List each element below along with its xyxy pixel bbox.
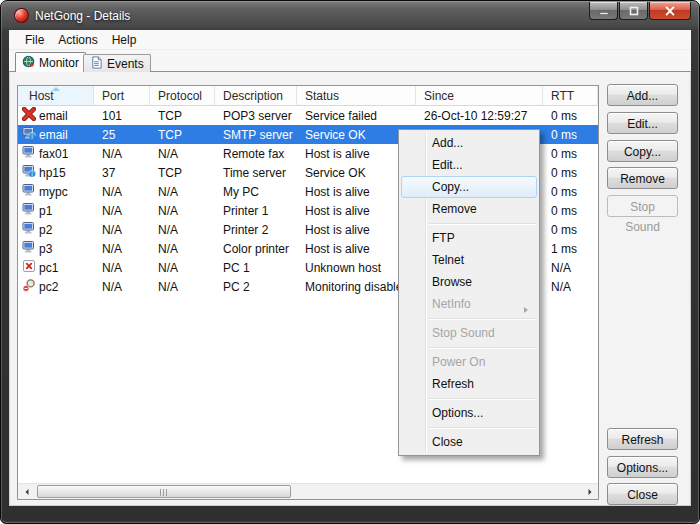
minimize-icon <box>598 6 610 16</box>
context-menu-item-copy[interactable]: Copy... <box>401 176 537 198</box>
cell-text: Remote fax <box>223 147 284 161</box>
column-label: Protocol <box>158 89 202 103</box>
refresh-button[interactable]: Refresh <box>607 428 678 450</box>
table-row[interactable]: email101TCPPOP3 serverService failed26-O… <box>18 106 598 125</box>
cell-text: fax01 <box>39 147 68 161</box>
host-computer-icon <box>22 221 36 238</box>
scrollbar-thumb[interactable] <box>37 485 291 498</box>
cell-description: PC 2 <box>215 280 297 294</box>
context-menu-item-remove[interactable]: Remove <box>401 198 537 220</box>
column-label: Status <box>305 89 339 103</box>
context-menu-item-ftp[interactable]: FTP <box>401 227 537 249</box>
cell-port: N/A <box>94 280 150 294</box>
context-menu-item-netinfo: NetInfo <box>401 293 537 315</box>
netgong-app-icon <box>14 8 29 23</box>
cell-description: Color printer <box>215 242 297 256</box>
window-title: NetGong - Details <box>35 9 130 23</box>
maximize-icon <box>628 6 640 16</box>
column-header-port[interactable]: Port <box>94 86 150 106</box>
cell-description: My PC <box>215 185 297 199</box>
cell-text: N/A <box>158 147 178 161</box>
add-button[interactable]: Add... <box>607 84 678 106</box>
menu-file[interactable]: File <box>18 31 51 49</box>
cell-text: N/A <box>158 242 178 256</box>
cell-text: PC 1 <box>223 261 250 275</box>
menu-item-label: Add... <box>432 136 463 150</box>
edit-button[interactable]: Edit... <box>607 112 678 134</box>
cell-text: My PC <box>223 185 259 199</box>
cell-host: p2 <box>18 221 94 238</box>
cell-text: 0 ms <box>551 128 577 142</box>
cell-text: Color printer <box>223 242 289 256</box>
cell-text: Service OK <box>305 128 366 142</box>
column-label: RTT <box>551 89 574 103</box>
column-label: Host <box>29 89 54 103</box>
minimize-button[interactable] <box>589 2 618 20</box>
cell-host: email <box>18 107 94 124</box>
tab-events[interactable]: Events <box>83 54 151 72</box>
cell-protocol: N/A <box>150 223 215 237</box>
cell-rtt: 0 ms <box>543 223 598 237</box>
cell-text: Service OK <box>305 166 366 180</box>
menu-item-label: Close <box>432 435 463 449</box>
cell-text: TCP <box>158 109 182 123</box>
maximize-button[interactable] <box>619 2 648 20</box>
cell-text: pc1 <box>39 261 58 275</box>
close-button[interactable]: Close <box>607 483 678 505</box>
context-menu-item-close[interactable]: Close <box>401 431 537 453</box>
column-header-protocol[interactable]: Protocol <box>150 86 215 106</box>
cell-text: Host is alive <box>305 242 370 256</box>
cell-text: N/A <box>102 185 122 199</box>
context-menu-item-browse[interactable]: Browse <box>401 271 537 293</box>
menu-item-label: Edit... <box>432 158 463 172</box>
cell-description: Remote fax <box>215 147 297 161</box>
globe-icon <box>22 55 35 71</box>
column-header-host[interactable]: Host <box>18 86 94 106</box>
copy-button[interactable]: Copy... <box>607 140 678 162</box>
cell-text: Printer 1 <box>223 204 268 218</box>
column-header-description[interactable]: Description <box>215 86 297 106</box>
context-menu-item-refresh[interactable]: Refresh <box>401 373 537 395</box>
context-menu-item-add[interactable]: Add... <box>401 132 537 154</box>
close-button[interactable] <box>649 2 691 20</box>
horizontal-scrollbar[interactable] <box>18 483 598 499</box>
cell-protocol: N/A <box>150 147 215 161</box>
cell-port: N/A <box>94 223 150 237</box>
context-menu-item-telnet[interactable]: Telnet <box>401 249 537 271</box>
cell-text: p2 <box>39 223 52 237</box>
column-header-rtt[interactable]: RTT <box>543 86 598 106</box>
menu-item-label: Refresh <box>432 377 474 391</box>
menu-separator <box>429 347 536 348</box>
context-menu-item-edit[interactable]: Edit... <box>401 154 537 176</box>
context-menu-item-stop-sound: Stop Sound <box>401 322 537 344</box>
cell-port: N/A <box>94 204 150 218</box>
cell-description: PC 1 <box>215 261 297 275</box>
menu-help[interactable]: Help <box>105 31 144 49</box>
cell-port: 101 <box>94 109 150 123</box>
cell-text: 25 <box>102 128 115 142</box>
tab-monitor[interactable]: Monitor <box>15 52 86 72</box>
cell-text: Service failed <box>305 109 377 123</box>
scroll-left-arrow[interactable] <box>18 484 35 500</box>
menu-item-label: Telnet <box>432 253 464 267</box>
cell-description: SMTP server <box>215 128 297 142</box>
remove-button[interactable]: Remove <box>607 167 678 189</box>
cell-text: 0 ms <box>551 185 577 199</box>
menu-item-label: Options... <box>432 406 483 420</box>
cell-protocol: TCP <box>150 109 215 123</box>
cell-text: N/A <box>158 223 178 237</box>
cell-text: Host is alive <box>305 147 370 161</box>
cell-description: Time server <box>215 166 297 180</box>
cell-text: N/A <box>158 280 178 294</box>
cell-host: fax01 <box>18 145 94 162</box>
cell-text: N/A <box>551 280 571 294</box>
cell-text: 0 ms <box>551 223 577 237</box>
cell-protocol: N/A <box>150 185 215 199</box>
column-header-status[interactable]: Status <box>297 86 416 106</box>
options-button[interactable]: Options... <box>607 456 678 478</box>
context-menu-item-options[interactable]: Options... <box>401 402 537 424</box>
cell-rtt: 0 ms <box>543 204 598 218</box>
menu-actions[interactable]: Actions <box>51 31 104 49</box>
column-header-since[interactable]: Since <box>416 86 543 106</box>
scroll-right-arrow[interactable] <box>581 484 598 500</box>
